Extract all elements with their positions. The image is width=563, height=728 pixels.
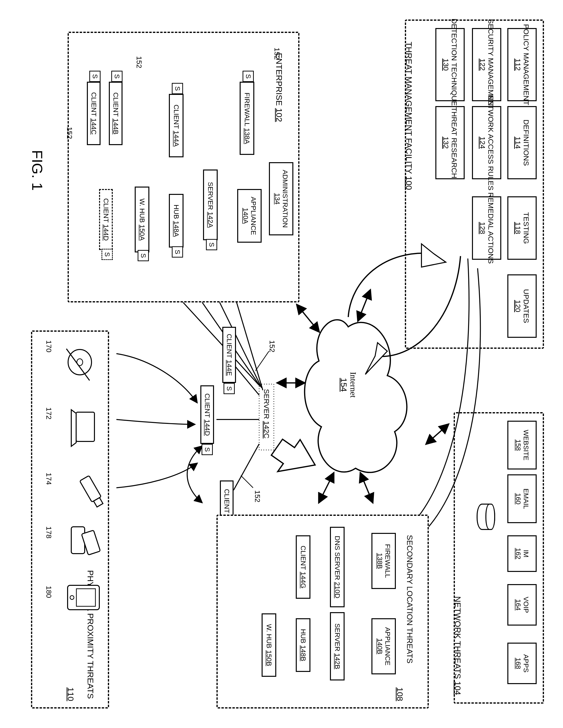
server-b-ref: 142B: [334, 653, 341, 669]
fw-b-label: FIREWALL: [384, 544, 392, 578]
internet-word: Internet: [349, 372, 358, 398]
fw-a-ref: 138A: [243, 128, 251, 144]
s-client-a: S: [172, 83, 183, 94]
fw-a-label: FIREWALL: [243, 92, 251, 128]
r152-c: 152: [65, 127, 74, 139]
whub-b-label: W. HUB: [265, 624, 273, 650]
r174: 174: [45, 473, 53, 485]
svg-line-2: [319, 473, 334, 502]
secondary-ref: 108: [386, 674, 414, 701]
internet-label: Internet 154: [339, 372, 358, 398]
client-d-box: CLIENT 144D: [200, 385, 214, 444]
s-server-a: S: [206, 239, 217, 250]
client-a-label: CLIENT: [172, 105, 180, 131]
client-a-box: CLIENT 144A: [169, 94, 183, 157]
r152-a: 152: [273, 48, 281, 60]
administration-box: ADMINISTRATION 134: [269, 162, 293, 235]
client-b-label: CLIENT: [112, 92, 120, 119]
appliance-b-box: APPLIANCE 140B: [372, 618, 396, 674]
dns-label: DNS SERVER: [334, 536, 341, 582]
diagram-canvas: POLICY MANAGEMENT 112 DEFINITIONS 114 TE…: [0, 0, 563, 728]
s-client-d2: S: [101, 249, 113, 260]
r178: 178: [45, 526, 53, 539]
app-b-ref: 140B: [376, 638, 384, 654]
s-whub-a: S: [138, 250, 149, 261]
internet-ref: 154: [339, 378, 349, 392]
r152-d: 152: [268, 340, 276, 352]
proximity-icons: [30, 332, 108, 710]
admin-ref: 134: [273, 193, 281, 205]
r180: 180: [45, 586, 53, 598]
svg-line-0: [426, 424, 448, 444]
r170: 170: [45, 340, 53, 352]
server-a-ref: 142A: [207, 212, 214, 228]
hub-b-label: HUB: [300, 629, 307, 645]
firewall-a-box: FIREWALL 138A: [240, 82, 254, 155]
fw-b-ref: 138B: [376, 553, 384, 569]
enterprise-group: ENTERPRISE 102 ADMINISTRATION 134 APPLIA…: [68, 32, 300, 302]
secondary-title: SECONDARY LOCATION THREATS: [396, 522, 423, 663]
client-a-ref: 144A: [172, 131, 180, 147]
svg-line-19: [241, 476, 253, 488]
secondary-group: SECONDARY LOCATION THREATS 108 FIREWALL …: [216, 515, 429, 708]
client-d2-ref: 144D: [102, 224, 110, 241]
svg-line-1: [361, 473, 373, 502]
svg-line-4: [297, 305, 319, 332]
client-d-s: S: [201, 444, 213, 455]
firewall-b-box: FIREWALL 138B: [372, 533, 396, 589]
appliance-a-box: APPLIANCE 140A: [237, 189, 261, 243]
client-e-box: CLIENT 144E: [222, 327, 236, 383]
server-b-box: SERVER 142B: [330, 612, 345, 680]
client-f-word: CLIENT: [223, 489, 230, 515]
usb-icon: [80, 476, 105, 508]
s-client-c: S: [89, 71, 100, 82]
client-e-ref: 144E: [225, 360, 233, 376]
figure-label: FIG. 1: [29, 150, 46, 191]
svg-rect-51: [76, 589, 95, 606]
dns-server-box: DNS SERVER 210D: [330, 527, 345, 607]
client-d-ref: 144D: [203, 419, 211, 436]
pda-icon: [68, 585, 99, 610]
client-g-box: CLIENT 144G: [296, 535, 311, 599]
whub-b-ref: 150B: [265, 650, 273, 666]
hub-b-box: HUB 148B: [296, 618, 311, 672]
whub-a-box: W. HUB 150A: [135, 187, 149, 252]
svg-line-5: [358, 290, 370, 321]
app-b-label: APPLIANCE: [384, 627, 392, 665]
s-firewall-a: S: [242, 71, 254, 82]
server-c-ref: 142C: [262, 421, 270, 439]
svg-line-9: [233, 444, 259, 490]
server-b-label: SERVER: [334, 623, 341, 653]
enterprise-title-text: ENTERPRISE: [274, 53, 284, 108]
s-client-b: S: [111, 71, 122, 82]
server-a-label: SERVER: [207, 182, 214, 212]
r172: 172: [45, 407, 53, 419]
client-e-s: S: [223, 383, 235, 394]
hub-a-ref: 148A: [172, 221, 180, 237]
client-b-ref: 144B: [112, 119, 120, 134]
svg-line-18: [255, 351, 269, 371]
dns-ref: 210D: [334, 582, 341, 598]
laptop-icon: [71, 410, 94, 446]
client-c-label: CLIENT: [90, 92, 98, 118]
svg-rect-45: [76, 412, 94, 441]
client-b-box: CLIENT 144B: [109, 82, 122, 145]
whub-b-box: W. HUB 150B: [261, 613, 276, 677]
client-g-label: CLIENT: [300, 546, 307, 572]
hub-a-label: HUB: [172, 205, 180, 221]
server-c-label: SERVER 142C: [262, 389, 270, 439]
enterprise-title-ref: 102: [274, 108, 284, 122]
hub-b-ref: 148B: [300, 645, 307, 661]
flip-phone-icon: [71, 527, 100, 555]
secondary-title-text: SECONDARY LOCATION THREATS: [405, 535, 414, 663]
svg-point-52: [70, 596, 74, 599]
hub-a-box: HUB 148A: [169, 194, 183, 248]
appliance-a-label: APPLIANCE: [249, 197, 257, 235]
secondary-ref-text: 108: [395, 687, 405, 701]
client-d2-label: CLIENT: [102, 198, 110, 224]
client-d-word: CLIENT: [203, 393, 211, 419]
admin-label: ADMINISTRATION: [281, 170, 289, 228]
client-c-ref: 144C: [90, 118, 98, 135]
client-d-dashed-box: CLIENT 144D: [99, 189, 113, 250]
server-c-word: SERVER: [262, 389, 270, 421]
